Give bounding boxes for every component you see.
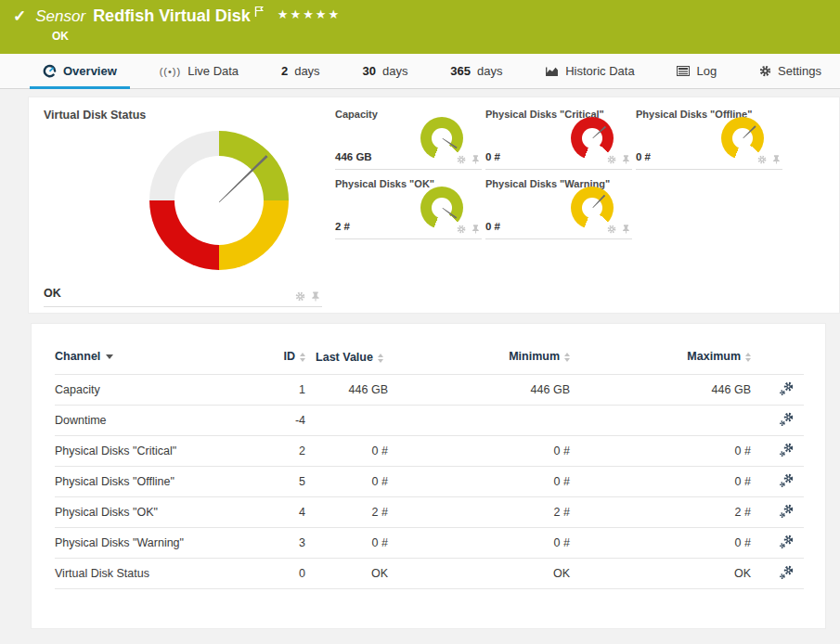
channel-id-cell: 4 [240,497,305,528]
tab-30-days[interactable]: 30 days [356,54,413,88]
tab-historic-data[interactable]: Historic Data [539,54,640,88]
channel-settings-icon[interactable] [779,535,793,551]
tab-2-days[interactable]: 2 days [276,54,326,88]
channel-id-cell: 3 [240,528,305,559]
mini-gauge-value: 446 GB [335,151,372,162]
pin-icon[interactable] [310,290,320,302]
gear-icon[interactable] [457,225,466,234]
channel-id-cell: -4 [240,406,305,436]
channel-settings-icon[interactable] [779,565,793,582]
channel-settings-cell [751,559,804,589]
tab-label: days [382,64,407,78]
channel-id-cell: 1 [240,375,305,406]
channel-maximum-cell: 0 # [570,436,751,467]
pin-icon[interactable] [621,224,630,234]
channel-last-value-cell: 0 # [305,467,394,497]
channel-settings-icon[interactable] [779,381,793,398]
mini-gauge-cell: Physical Disks "Warning" 0 # [485,178,632,239]
log-icon [677,66,690,76]
channel-name-cell: Physical Disks "Warning" [55,528,240,559]
channel-settings-cell [751,467,804,497]
sort-icon [564,353,570,362]
channel-settings-icon[interactable] [779,412,793,429]
gear-icon[interactable] [457,155,466,164]
channel-last-value-cell: 446 GB [305,375,394,406]
tab-settings[interactable]: Settings [754,54,827,88]
channel-settings-icon[interactable] [779,443,793,459]
gear-icon[interactable] [607,225,616,234]
channel-settings-cell [751,436,804,467]
primary-gauge-cell: Virtual Disk Status OK [44,109,322,307]
channel-id-cell: 2 [240,436,305,467]
channel-maximum-cell: 0 # [570,528,751,559]
column-header-last-value[interactable]: Last Value [305,344,394,375]
sensor-kind-label: Sensor [35,7,85,26]
pin-icon[interactable] [471,154,480,164]
tab-label: days [477,64,502,78]
channel-maximum-cell: 446 GB [570,375,751,406]
column-header-channel[interactable]: Channel [55,344,240,375]
tab-overview[interactable]: Overview [37,54,123,88]
mini-gauge-title: Physical Disks "Offline" [636,109,782,120]
gear-icon [759,65,771,77]
tab-number: 365 [450,64,471,78]
priority-stars[interactable]: ★★★★★ [278,7,341,21]
channel-settings-cell [751,375,804,406]
mini-gauge-value: 0 # [636,151,651,162]
channel-last-value-cell [305,406,394,436]
channel-settings-cell [751,497,804,528]
mini-gauge-needle [591,125,606,139]
mini-gauge-needle [742,125,756,139]
mini-gauge-needle [441,207,457,220]
column-header-actions [751,344,804,375]
mini-gauge-title: Capacity [335,109,482,120]
channel-minimum-cell: 0 # [394,436,570,467]
gear-icon[interactable] [295,291,305,302]
gauge-icon [43,64,57,78]
sort-icon [300,353,305,362]
pin-icon[interactable] [621,154,630,164]
sort-icon [745,353,751,362]
tab-label: Live Data [187,64,239,78]
pin-icon[interactable] [471,224,480,234]
mini-gauge-cell: Physical Disks "Offline" 0 # [636,109,782,170]
flag-icon[interactable] [254,5,265,21]
gear-icon[interactable] [607,155,616,164]
tab-label: Settings [778,64,821,78]
channel-name-cell: Physical Disks "OK" [55,497,240,528]
channel-maximum-cell [570,406,751,436]
channel-minimum-cell: 446 GB [394,375,570,406]
primary-gauge-needle [216,153,269,205]
tab-log[interactable]: Log [671,54,722,88]
tab-number: 30 [362,64,375,78]
mini-gauge-grid: Capacity 446 GB Physical Disks "Critical… [335,109,782,313]
tab-365-days[interactable]: 365 days [445,54,508,88]
mini-gauge-title: Physical Disks "Critical" [485,109,632,120]
status-ok-check-icon: ✓ [13,6,26,26]
channel-last-value-cell: 0 # [305,528,394,559]
channel-minimum-cell: OK [394,559,570,589]
channel-name-cell: Downtime [55,406,240,436]
channel-minimum-cell: 2 # [394,497,570,528]
column-label: ID [284,350,296,363]
channel-settings-icon[interactable] [779,504,793,521]
gear-icon[interactable] [757,155,767,164]
mini-gauge-needle [591,194,605,209]
channel-last-value-cell: 2 # [305,497,394,528]
channel-table-row: Downtime -4 [55,406,804,436]
mini-gauge-value: 0 # [485,151,500,162]
column-header-minimum[interactable]: Minimum [394,344,570,375]
channel-minimum-cell: 0 # [394,467,570,497]
primary-gauge-title: Virtual Disk Status [44,109,322,122]
sensor-status-text: OK [52,30,831,43]
channel-table: Channel ID Last Value Minimum Maximum Ca… [55,344,804,589]
tab-live-data[interactable]: ((•)) Live Data [154,54,244,88]
channel-settings-icon[interactable] [779,473,793,490]
tab-label: Log [696,64,717,78]
column-header-id[interactable]: ID [240,344,305,375]
column-header-maximum[interactable]: Maximum [570,344,751,375]
mini-gauge-value: 0 # [485,221,500,232]
channel-minimum-cell: 0 # [394,528,570,559]
channel-settings-cell [751,528,804,559]
pin-icon[interactable] [771,154,781,164]
